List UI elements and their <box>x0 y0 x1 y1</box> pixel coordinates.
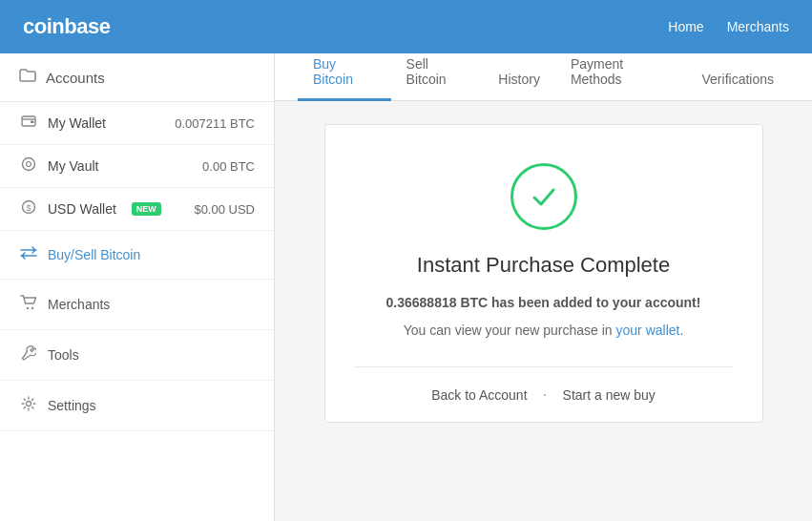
my-vault-name: My Vault <box>48 158 98 174</box>
svg-point-6 <box>27 307 29 309</box>
start-new-buy-link[interactable]: Start a new buy <box>548 387 671 403</box>
link-suffix: . <box>679 323 683 338</box>
nav-home[interactable]: Home <box>668 19 703 34</box>
tab-buy-bitcoin[interactable]: Buy Bitcoin <box>298 45 391 101</box>
success-icon-circle <box>510 163 577 230</box>
sidebar-item-tools[interactable]: Tools <box>0 330 274 381</box>
usd-wallet-balance: $0.00 USD <box>194 202 255 217</box>
vault-icon <box>19 156 38 176</box>
wallet-link[interactable]: your wallet <box>616 323 680 338</box>
success-card: Instant Purchase Complete 0.36688818 BTC… <box>324 124 763 423</box>
main-area: Instant Purchase Complete 0.36688818 BTC… <box>275 101 812 521</box>
tab-verifications[interactable]: Verifications <box>687 60 789 101</box>
new-badge: NEW <box>132 202 161 216</box>
gear-icon <box>19 396 38 415</box>
sidebar-item-settings[interactable]: Settings <box>0 381 274 431</box>
usd-icon: $ <box>19 199 38 219</box>
tools-label: Tools <box>48 347 79 363</box>
svg-point-8 <box>27 402 31 406</box>
wallet-icon <box>19 114 38 133</box>
settings-label: Settings <box>48 398 96 413</box>
my-wallet-name: My Wallet <box>48 115 106 131</box>
sidebar-item-buy-sell[interactable]: Buy/Sell Bitcoin <box>0 231 274 280</box>
success-description: 0.36688818 BTC has been added to your ac… <box>386 293 701 313</box>
success-actions: Back to Account · Start a new buy <box>354 366 734 422</box>
tab-sell-bitcoin[interactable]: Sell Bitcoin <box>391 45 484 101</box>
svg-rect-1 <box>31 121 34 124</box>
exchange-icon <box>19 246 38 263</box>
svg-text:$: $ <box>26 203 31 213</box>
svg-point-7 <box>31 307 33 309</box>
sidebar-item-merchants[interactable]: Merchants <box>0 280 274 330</box>
nav-merchants[interactable]: Merchants <box>727 19 789 34</box>
my-wallet-item[interactable]: My Wallet 0.007211 BTC <box>0 102 274 145</box>
main-content: Buy Bitcoin Sell Bitcoin History Payment… <box>275 53 812 521</box>
tab-payment-methods[interactable]: Payment Methods <box>555 45 687 101</box>
tools-icon <box>19 345 38 365</box>
usd-wallet-item[interactable]: $ USD Wallet NEW $0.00 USD <box>0 188 274 231</box>
svg-point-3 <box>27 162 31 167</box>
folder-icon <box>19 69 36 86</box>
link-prefix: You can view your new purchase in <box>404 323 616 338</box>
svg-point-2 <box>23 158 35 171</box>
my-vault-item[interactable]: My Vault 0.00 BTC <box>0 145 274 188</box>
accounts-header: Accounts <box>0 53 274 102</box>
tab-history[interactable]: History <box>483 60 555 101</box>
my-vault-balance: 0.00 BTC <box>202 159 255 174</box>
header-nav: Home Merchants <box>668 19 789 34</box>
usd-wallet-name: USD Wallet <box>48 201 116 217</box>
merchants-label: Merchants <box>48 297 110 312</box>
back-to-account-link[interactable]: Back to Account <box>416 387 542 403</box>
cart-icon <box>19 295 38 314</box>
sidebar: Accounts My Wallet 0.007211 BTC <box>0 53 275 521</box>
success-link-text: You can view your new purchase in your w… <box>404 323 684 338</box>
logo: coinbase <box>23 14 110 39</box>
my-wallet-balance: 0.007211 BTC <box>175 116 255 131</box>
accounts-label: Accounts <box>46 70 105 86</box>
layout: Accounts My Wallet 0.007211 BTC <box>0 53 812 521</box>
buy-sell-label: Buy/Sell Bitcoin <box>48 247 140 262</box>
success-title: Instant Purchase Complete <box>417 253 670 278</box>
tabs-bar: Buy Bitcoin Sell Bitcoin History Payment… <box>275 53 812 101</box>
